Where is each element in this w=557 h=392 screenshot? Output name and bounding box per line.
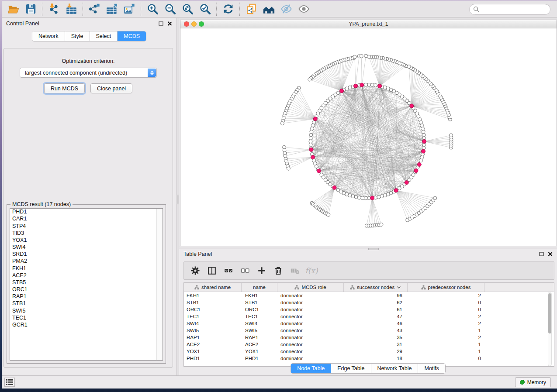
close-panel-icon[interactable]: [167, 21, 172, 26]
cell-name[interactable]: RAP1: [242, 335, 277, 340]
cell-name[interactable]: PHD1: [242, 356, 277, 361]
export-network-button[interactable]: [86, 2, 103, 16]
cell-shared-name[interactable]: ORC1: [184, 307, 242, 312]
deselect-all-rows-button[interactable]: [238, 263, 252, 278]
close-table-panel-icon[interactable]: [548, 252, 553, 256]
network-canvas[interactable]: [180, 29, 557, 246]
cell-MCDS-role[interactable]: connector: [277, 314, 344, 319]
table-row[interactable]: SWI4SWI4dominator462: [184, 320, 554, 327]
tab-network-table[interactable]: Network Table: [371, 364, 419, 373]
cell-successor-nodes[interactable]: 29: [344, 349, 408, 354]
mcds-result-item[interactable]: ACE2: [10, 272, 163, 279]
cell-name[interactable]: FKH1: [242, 293, 277, 298]
mcds-result-item[interactable]: SWI4: [10, 244, 163, 251]
zoom-fit-button[interactable]: [179, 2, 196, 16]
cell-shared-name[interactable]: STB1: [184, 300, 242, 305]
cell-shared-name[interactable]: TEC1: [184, 314, 242, 319]
cell-successor-nodes[interactable]: 62: [344, 300, 408, 305]
save-session-button[interactable]: [22, 2, 39, 16]
table-row[interactable]: STB1STB1dominator620: [184, 299, 554, 306]
import-network-button[interactable]: [45, 2, 62, 16]
cell-shared-name[interactable]: SWI4: [184, 321, 242, 326]
export-table-button[interactable]: [103, 2, 121, 16]
cell-successor-nodes[interactable]: 35: [344, 335, 408, 340]
open-file-button[interactable]: [4, 2, 22, 16]
show-panels-list-button[interactable]: [4, 378, 15, 387]
import-table-button[interactable]: [62, 2, 80, 16]
tab-select[interactable]: Select: [90, 31, 118, 41]
cell-predecessor-nodes[interactable]: 1: [408, 349, 484, 354]
cell-predecessor-nodes[interactable]: 2: [408, 293, 484, 298]
mcds-result-item[interactable]: SRD1: [10, 251, 163, 258]
cell-MCDS-role[interactable]: dominator: [277, 321, 344, 326]
cell-name[interactable]: ACE2: [242, 342, 277, 347]
mcds-result-list[interactable]: PHD1CAR1STP4TID3YOX1SWI4SRD1PMA2FKH1ACE2…: [10, 208, 163, 361]
cell-successor-nodes[interactable]: 43: [344, 328, 408, 333]
mcds-result-item[interactable]: STB1: [10, 300, 163, 307]
cell-shared-name[interactable]: ACE2: [184, 342, 242, 347]
column-header-MCDS-role[interactable]: MCDS role: [277, 283, 344, 292]
cell-shared-name[interactable]: SWI5: [184, 328, 242, 333]
column-header-shared-name[interactable]: shared name: [184, 283, 242, 292]
table-scrollbar-thumb[interactable]: [548, 293, 551, 334]
memory-button[interactable]: Memory: [515, 377, 551, 387]
select-all-rows-button[interactable]: [221, 263, 235, 278]
cell-shared-name[interactable]: PHD1: [184, 356, 242, 361]
cell-name[interactable]: YOX1: [242, 349, 277, 354]
export-image-button[interactable]: [121, 2, 138, 16]
run-mcds-button[interactable]: Run MCDS: [44, 83, 85, 93]
table-row[interactable]: ACE2ACE2connector311: [184, 341, 554, 348]
float-panel-icon[interactable]: [159, 21, 163, 26]
delete-row-button[interactable]: [271, 263, 285, 278]
tab-edge-table[interactable]: Edge Table: [331, 364, 371, 373]
cell-MCDS-role[interactable]: dominator: [277, 300, 344, 305]
table-scrollbar[interactable]: [548, 292, 552, 366]
cell-predecessor-nodes[interactable]: 1: [408, 328, 484, 333]
result-list-scrollbar[interactable]: [156, 209, 163, 360]
hide-selected-button[interactable]: [277, 2, 295, 16]
mcds-result-item[interactable]: STP4: [10, 223, 163, 230]
close-panel-button[interactable]: Close panel: [90, 83, 132, 93]
mcds-result-item[interactable]: YOX1: [10, 237, 163, 244]
cell-predecessor-nodes[interactable]: 2: [408, 335, 484, 340]
table-row[interactable]: PHD1PHD1dominator180: [184, 355, 554, 362]
cell-MCDS-role[interactable]: connector: [277, 342, 344, 347]
add-row-button[interactable]: [255, 263, 269, 278]
cell-predecessor-nodes[interactable]: 2: [408, 314, 484, 319]
mcds-result-item[interactable]: TEC1: [10, 315, 163, 322]
table-row[interactable]: RAP1RAP1dominator352: [184, 334, 554, 341]
cell-MCDS-role[interactable]: dominator: [277, 335, 344, 340]
cell-predecessor-nodes[interactable]: 1: [408, 342, 484, 347]
cell-successor-nodes[interactable]: 31: [344, 342, 408, 347]
show-all-button[interactable]: [295, 2, 312, 16]
cell-predecessor-nodes[interactable]: 0: [408, 356, 484, 361]
cell-MCDS-role[interactable]: dominator: [277, 356, 344, 361]
cell-name[interactable]: TEC1: [242, 314, 277, 319]
cell-shared-name[interactable]: YOX1: [184, 349, 242, 354]
cell-name[interactable]: STB1: [242, 300, 277, 305]
cell-shared-name[interactable]: RAP1: [184, 335, 242, 340]
mcds-result-item[interactable]: CAR1: [10, 216, 163, 223]
cell-successor-nodes[interactable]: 96: [344, 293, 408, 298]
mcds-result-item[interactable]: GCR1: [10, 322, 163, 329]
cell-successor-nodes[interactable]: 18: [344, 356, 408, 361]
zoom-selected-button[interactable]: [196, 2, 214, 16]
cell-MCDS-role[interactable]: dominator: [277, 293, 344, 298]
cell-predecessor-nodes[interactable]: 0: [408, 307, 484, 312]
table-row[interactable]: FKH1FKH1dominator962: [184, 292, 554, 299]
network-graph[interactable]: [180, 29, 557, 246]
criterion-dropdown[interactable]: largest connected component (undirected): [20, 68, 157, 78]
cell-name[interactable]: ORC1: [242, 307, 277, 312]
cell-MCDS-role[interactable]: connector: [277, 349, 344, 354]
table-row[interactable]: SWI5SWI5connector431: [184, 327, 554, 334]
cell-successor-nodes[interactable]: 61: [344, 307, 408, 312]
column-header-name[interactable]: name: [242, 283, 277, 292]
cell-predecessor-nodes[interactable]: 0: [408, 300, 484, 305]
column-header-successor-nodes[interactable]: successor nodes: [344, 283, 408, 292]
cell-name[interactable]: SWI5: [242, 328, 277, 333]
cell-predecessor-nodes[interactable]: 2: [408, 321, 484, 326]
mcds-result-item[interactable]: RAP1: [10, 293, 163, 300]
mcds-result-item[interactable]: SWI5: [10, 307, 163, 314]
table-row[interactable]: TEC1TEC1connector472: [184, 313, 554, 320]
first-neighbors-button[interactable]: [260, 2, 277, 16]
